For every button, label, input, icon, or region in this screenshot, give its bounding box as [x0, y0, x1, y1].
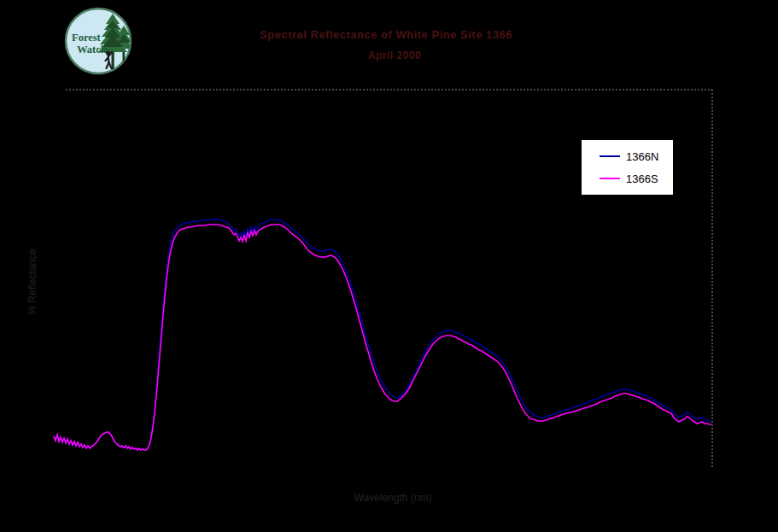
y-axis-label: % Reflectance	[26, 248, 38, 314]
legend-line-sample-1366n	[600, 155, 620, 157]
series-line-1366N	[54, 219, 711, 450]
legend-entry-1366n: 1366N	[582, 148, 673, 165]
x-axis-label: Wavelength (nm)	[282, 492, 504, 504]
chart-canvas: Forest Watch Spectral Reflectance of Whi…	[0, 0, 778, 532]
legend-line-sample-1366s	[600, 178, 620, 179]
series-line-1366S	[54, 225, 711, 450]
legend-label-1366n: 1366N	[626, 150, 658, 163]
legend-label-1366s: 1366S	[626, 172, 658, 185]
legend-entry-1366s: 1366S	[582, 170, 673, 187]
legend-box: 1366N 1366S	[581, 139, 674, 196]
plot-area	[0, 0, 778, 532]
